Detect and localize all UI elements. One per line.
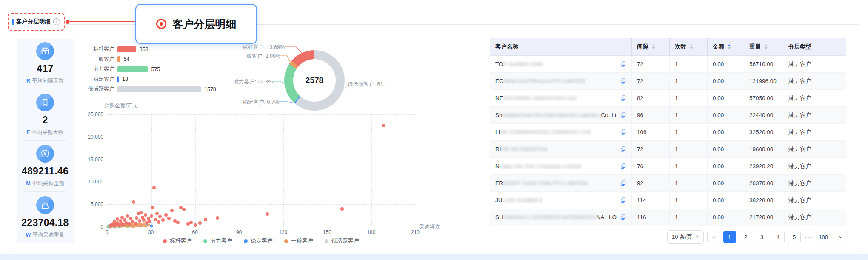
segment-type-cell: 潜力客户 [783,107,846,123]
sort-asc-caret[interactable] [652,44,655,46]
times-cell: 1 [669,192,707,209]
next-page-button[interactable]: > [834,231,846,243]
bar-row: 一般客户54 [63,54,216,65]
sort-desc-caret[interactable] [764,47,768,49]
legend-item[interactable]: 一般客户 [284,237,313,245]
page-button-1[interactable]: 1 [723,231,736,243]
x-axis-tick-label: 150 [319,229,336,235]
sort-desc-caret[interactable] [652,47,655,49]
name-blurred-part: RIA PAPEL INDUSTRIA LDA [503,95,577,101]
customer-name: LINK FORWARDING COMPANY LTD [495,129,591,135]
table-row: FREIGHT JUNCTION PTY LIMITED9210.0026370… [490,175,846,192]
name-blurred-part: P GUNED GIRL [503,61,545,67]
amount-cell: 0.00 [707,124,744,140]
info-icon[interactable] [53,18,60,25]
kpi-label: M平均采购金额 [26,180,64,187]
copy-icon[interactable] [620,180,626,186]
customer-name: Ningbo Rix Son Company Limited [495,163,582,169]
customer-name: ECHEM AUSTRALIA PTY LIMITED [495,78,586,84]
legend-item[interactable]: 低活跃客户 [325,237,359,245]
legend-item[interactable]: 标杆客户 [163,237,192,245]
copy-icon[interactable] [620,78,626,84]
page-button-4[interactable]: 4 [772,231,785,243]
scatter-point [194,223,197,227]
customer-name-cell: ECHEM AUSTRALIA PTY LIMITED [490,73,631,89]
legend-item[interactable]: 稳定客户 [244,237,273,245]
column-header-label: 重量 [749,43,761,51]
sort-carets-icon[interactable] [652,44,655,49]
kpi-value: 2 [42,114,48,126]
weight-cell: 23920.20 [744,158,783,174]
scatter-point [167,217,171,220]
customer-name-cell: Ningbo Rix Son Company Limited [490,158,631,174]
column-header-3[interactable]: 金额 [707,38,744,55]
target-icon [156,19,166,29]
sort-carets-icon[interactable] [690,44,693,49]
weight-cell: 32520.00 [744,124,783,140]
customer-name: Shanghai Ever-Do International Logistics… [495,112,617,118]
page-button-5[interactable]: 5 [788,231,801,243]
copy-icon[interactable] [620,197,626,203]
bar [117,56,120,62]
sort-carets-icon[interactable] [728,44,731,49]
kpi-label: F平均采购天数 [27,129,64,136]
times-cell: 1 [669,141,707,157]
column-header-label: 分层类型 [788,43,811,51]
kpi-letter: F [27,129,30,135]
page-button-100[interactable]: 100 [817,231,830,243]
page-size-select[interactable]: 10 条/页∨ [667,230,704,244]
category-bar-chart: 标杆客户353一般客户54潜力客户575稳定客户18低活跃客户1578 [63,44,216,94]
copy-icon[interactable] [620,214,626,220]
column-header-4[interactable]: 重量 [744,38,783,55]
copy-icon[interactable] [620,146,626,152]
page-button-2[interactable]: 2 [740,231,752,243]
table-row: Ningbo Rix Son Company Limited7610.00239… [490,158,846,175]
weight-cell: 38228.00 [744,192,783,209]
copy-icon[interactable] [620,112,626,118]
sort-asc-caret[interactable] [764,44,768,46]
name-blurred-part: CE AG PAKISTAN [501,146,548,152]
legend-label: 潜力客户 [210,237,232,245]
prev-page-button[interactable]: < [707,231,720,243]
copy-icon[interactable] [620,129,626,135]
page-button-3[interactable]: 3 [756,231,768,243]
pagination-ellipsis[interactable]: ••• [804,234,814,240]
times-cell: 1 [669,56,707,72]
column-header-1[interactable]: 间隔 [631,38,669,55]
y-axis-tick-label: 0 [74,224,103,230]
scatter-point [340,207,344,211]
weight-cell: 121996.00 [744,73,783,89]
customer-name-cell: FREIGHT JUNCTION PTY LIMITED [490,175,631,191]
copy-icon[interactable] [620,61,626,67]
gridline [240,114,240,227]
scatter-point [157,220,160,224]
chevron-down-icon: ∨ [696,234,699,239]
sort-asc-caret[interactable] [690,44,693,46]
gridline [416,114,416,227]
scatter-point [158,215,162,218]
sort-desc-caret[interactable] [690,47,693,49]
scatter-point [138,219,141,223]
annotation-connector-line [69,21,135,22]
interval-cell: 92 [631,175,669,191]
column-header-2[interactable]: 次数 [669,38,707,55]
copy-icon[interactable] [620,95,626,101]
coin-icon [36,145,54,163]
name-visible-prefix: SH [495,214,503,220]
scatter-point [161,218,165,222]
sort-desc-caret[interactable] [728,47,731,49]
amount-cell: 0.00 [707,56,744,72]
legend-item[interactable]: 潜力客户 [203,237,232,245]
sort-asc-caret[interactable] [728,44,731,46]
sort-carets-icon[interactable] [764,44,768,49]
times-cell: 1 [669,158,707,174]
amount-cell: 0.00 [707,158,744,174]
copy-icon[interactable] [620,163,626,169]
scatter-point [382,124,385,127]
kpi-letter: R [26,78,30,84]
bar [117,66,148,72]
bar-category-label: 低活跃客户 [63,86,117,93]
customer-name-cell: RICE AG PAKISTAN [490,141,631,157]
kpi-label: W平均采购重量 [26,231,65,239]
page-size-label: 10 条/页 [672,233,692,241]
